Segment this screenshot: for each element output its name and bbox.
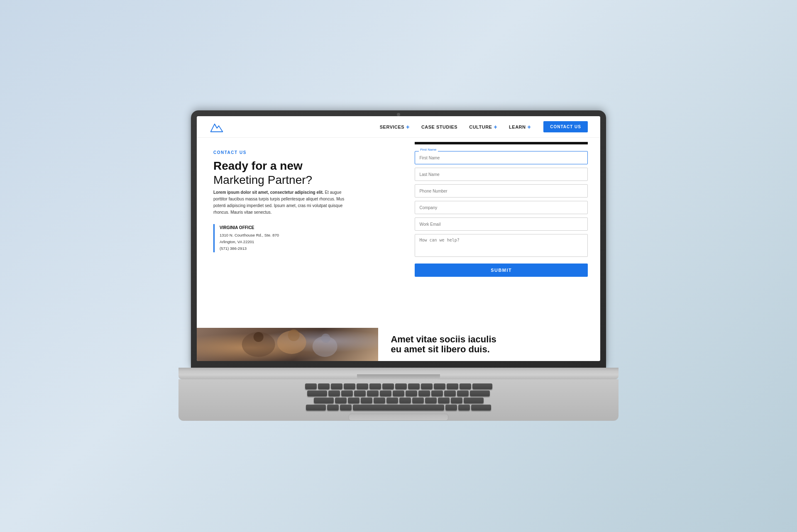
key <box>418 390 430 396</box>
key <box>472 383 492 389</box>
message-field-group <box>415 234 588 259</box>
learn-plus-icon: + <box>528 124 531 130</box>
message-textarea[interactable] <box>415 234 588 257</box>
key <box>393 390 404 396</box>
key <box>457 390 469 396</box>
key <box>306 405 326 410</box>
office-block: VIRGINIA OFFICE 1310 N. Courthouse Rd., … <box>213 224 390 252</box>
key <box>328 390 340 396</box>
office-details: VIRGINIA OFFICE 1310 N. Courthouse Rd., … <box>220 224 279 252</box>
contact-form: First Name <box>415 151 588 277</box>
svg-point-1 <box>254 332 264 342</box>
key <box>408 383 420 389</box>
key <box>451 398 462 403</box>
keyboard-rows <box>178 382 619 412</box>
office-border-decoration <box>213 224 215 252</box>
svg-point-5 <box>321 334 330 343</box>
nav-contact-button[interactable]: CONTACT US <box>543 121 588 132</box>
key <box>399 398 411 403</box>
headline-bold: Ready for a new <box>213 159 303 172</box>
nav-case-studies[interactable]: CASE STUDIES <box>421 124 457 129</box>
key <box>470 390 490 396</box>
company-input[interactable] <box>415 201 588 214</box>
main-content: CONTACT US Ready for a new Marketing Par… <box>197 138 600 328</box>
key <box>369 383 381 389</box>
key-row-1 <box>203 383 594 389</box>
key <box>460 383 471 389</box>
key <box>341 390 353 396</box>
nav-learn[interactable]: LEARN + <box>509 124 531 130</box>
services-plus-icon: + <box>406 124 410 130</box>
body-text: Lorem ipsum dolor sit amet, consectetur … <box>213 189 354 216</box>
contact-us-label: CONTACT US <box>213 150 390 155</box>
key <box>412 398 424 403</box>
key <box>445 405 457 410</box>
key <box>374 398 385 403</box>
touchpad[interactable] <box>349 414 448 421</box>
bottom-headline: Amet vitae sociis iaculis eu amet sit li… <box>391 334 496 354</box>
bottom-image <box>197 328 378 361</box>
key-row-3 <box>203 398 594 403</box>
laptop-base <box>178 368 619 379</box>
key <box>357 383 368 389</box>
nav-culture[interactable]: CULTURE + <box>469 124 497 130</box>
key <box>335 398 347 403</box>
keyboard-section <box>178 379 619 421</box>
logo[interactable] <box>209 120 224 134</box>
key <box>434 383 445 389</box>
spacebar-key <box>353 405 444 410</box>
key <box>471 405 491 410</box>
key <box>314 398 334 403</box>
headline-normal: Marketing Partner? <box>213 173 312 186</box>
nav-services[interactable]: SERVICES + <box>380 124 410 130</box>
key <box>307 390 327 396</box>
key <box>438 398 450 403</box>
first-name-label: First Name <box>419 148 438 151</box>
key-row-spacebar <box>203 405 594 410</box>
submit-button[interactable]: SUBMIT <box>415 264 588 277</box>
bottom-text-section: Amet vitae sociis iaculis eu amet sit li… <box>378 328 600 361</box>
navbar: SERVICES + CASE STUDIES CULTURE + LEARN <box>197 116 600 138</box>
key <box>395 383 407 389</box>
svg-point-3 <box>288 329 300 341</box>
right-section: First Name <box>406 138 600 328</box>
key <box>380 390 391 396</box>
phone-input[interactable] <box>415 184 588 198</box>
laptop-mockup: SERVICES + CASE STUDIES CULTURE + LEARN <box>178 110 619 422</box>
office-title: VIRGINIA OFFICE <box>220 224 279 231</box>
key <box>464 398 484 403</box>
bottom-headline-line1: Amet vitae sociis iaculis <box>391 334 496 344</box>
key <box>327 405 339 410</box>
nav-links: SERVICES + CASE STUDIES CULTURE + LEARN <box>380 124 531 130</box>
body-text-bold: Lorem ipsum dolor sit amet, consectetur … <box>213 190 324 195</box>
website: SERVICES + CASE STUDIES CULTURE + LEARN <box>197 116 600 361</box>
key <box>348 398 359 403</box>
webcam <box>397 113 400 116</box>
first-name-field-group: First Name <box>415 151 588 164</box>
main-headline: Ready for a new Marketing Partner? <box>213 159 390 187</box>
company-field-group <box>415 201 588 214</box>
first-name-input[interactable] <box>415 151 588 164</box>
key <box>458 405 470 410</box>
key <box>340 405 352 410</box>
laptop-screen: SERVICES + CASE STUDIES CULTURE + LEARN <box>197 116 600 361</box>
culture-plus-icon: + <box>494 124 497 130</box>
key <box>382 383 394 389</box>
office-phone: (571) 386-2913 <box>220 245 279 252</box>
bottom-section: Amet vitae sociis iaculis eu amet sit li… <box>197 328 600 361</box>
key <box>305 383 317 389</box>
key <box>367 390 379 396</box>
form-top-bar <box>415 142 588 144</box>
key <box>386 398 398 403</box>
key <box>354 390 366 396</box>
email-field-group <box>415 217 588 231</box>
left-section: CONTACT US Ready for a new Marketing Par… <box>197 138 406 328</box>
key <box>344 383 355 389</box>
key <box>406 390 417 396</box>
last-name-input[interactable] <box>415 168 588 181</box>
key <box>447 383 458 389</box>
office-address1: 1310 N. Courthouse Rd., Ste. 870 <box>220 232 279 239</box>
laptop-lid: SERVICES + CASE STUDIES CULTURE + LEARN <box>191 110 606 368</box>
key <box>431 390 443 396</box>
email-input[interactable] <box>415 217 588 231</box>
